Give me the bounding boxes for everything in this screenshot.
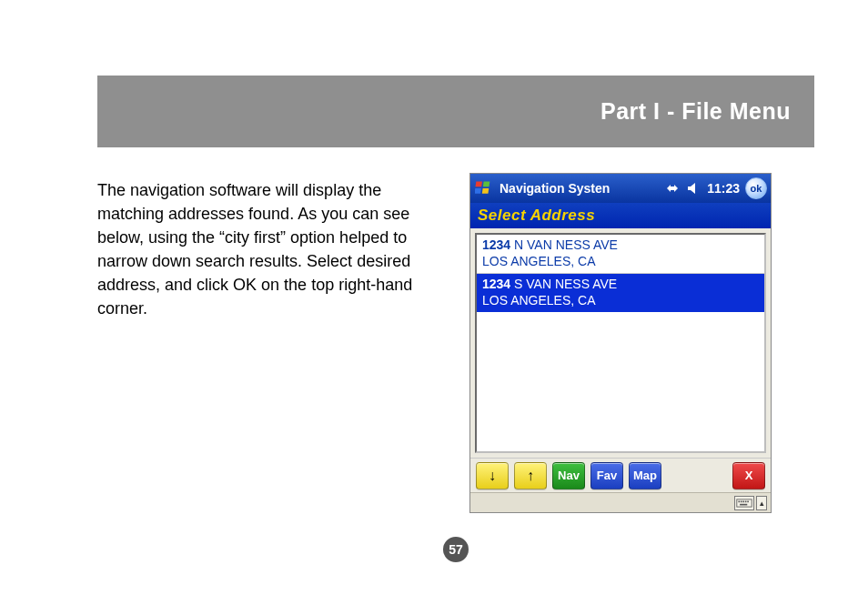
svg-rect-10 <box>740 503 747 505</box>
device-screenshot: Navigation Systen 11:23 ok Select Addres… <box>469 173 772 513</box>
svg-rect-4 <box>737 499 752 506</box>
svg-rect-8 <box>745 500 747 502</box>
arrow-down-icon: ↓ <box>489 469 496 483</box>
list-item-city: LOS ANGELES, CA <box>482 293 759 309</box>
list-item[interactable]: 1234 S VAN NESS AVE LOS ANGELES, CA <box>477 274 764 312</box>
list-item[interactable]: 1234 N VAN NESS AVE LOS ANGELES, CA <box>477 235 764 274</box>
svg-rect-6 <box>741 500 742 502</box>
map-button[interactable]: Map <box>629 462 661 489</box>
results-listbox[interactable]: 1234 N VAN NESS AVE LOS ANGELES, CA 1234… <box>475 233 766 453</box>
svg-rect-3 <box>482 188 489 194</box>
connectivity-icon[interactable] <box>663 179 681 197</box>
scroll-up-button[interactable]: ↑ <box>514 462 547 489</box>
list-item-street: S VAN NESS AVE <box>510 277 617 291</box>
volume-icon[interactable] <box>685 179 703 197</box>
nav-button[interactable]: Nav <box>552 462 585 489</box>
instruction-text: The navigation software will display the… <box>97 178 434 321</box>
list-item-city: LOS ANGELES, CA <box>482 254 759 270</box>
clock: 11:23 <box>707 181 740 196</box>
list-item-street: N VAN NESS AVE <box>510 237 618 252</box>
close-button[interactable]: X <box>732 462 765 489</box>
system-bar: ▴ <box>470 492 771 512</box>
app-title: Navigation Systen <box>500 181 610 196</box>
page-header-title: Part I - File Menu <box>601 98 791 125</box>
ok-button-label: ok <box>751 183 762 194</box>
sip-expand-button[interactable]: ▴ <box>756 496 767 510</box>
nav-button-label: Nav <box>558 469 580 482</box>
scroll-down-button[interactable]: ↓ <box>476 462 509 489</box>
svg-rect-1 <box>483 182 490 187</box>
svg-rect-9 <box>747 500 749 502</box>
titlebar: Navigation Systen 11:23 ok <box>470 174 771 203</box>
keyboard-icon[interactable] <box>734 496 754 510</box>
fav-button-label: Fav <box>597 469 617 482</box>
windows-flag-icon[interactable] <box>474 178 494 198</box>
svg-rect-7 <box>742 500 744 502</box>
fav-button[interactable]: Fav <box>590 462 623 489</box>
svg-rect-5 <box>738 500 740 502</box>
results-area: 1234 N VAN NESS AVE LOS ANGELES, CA 1234… <box>470 228 771 458</box>
svg-rect-2 <box>475 188 481 194</box>
ok-button[interactable]: ok <box>745 177 767 199</box>
arrow-up-small-icon: ▴ <box>760 499 764 508</box>
page-header: Part I - File Menu <box>97 76 814 147</box>
bottom-toolbar: ↓ ↑ Nav Fav Map X <box>470 458 771 492</box>
map-button-label: Map <box>633 469 657 482</box>
close-button-label: X <box>745 469 753 482</box>
screen-subheader: Select Address <box>470 203 771 228</box>
list-item-house-number: 1234 <box>482 237 510 252</box>
arrow-up-icon: ↑ <box>527 469 534 483</box>
svg-rect-0 <box>475 182 481 187</box>
page-number-badge: 57 <box>443 537 469 562</box>
page-number: 57 <box>449 542 463 557</box>
list-item-house-number: 1234 <box>482 277 510 291</box>
